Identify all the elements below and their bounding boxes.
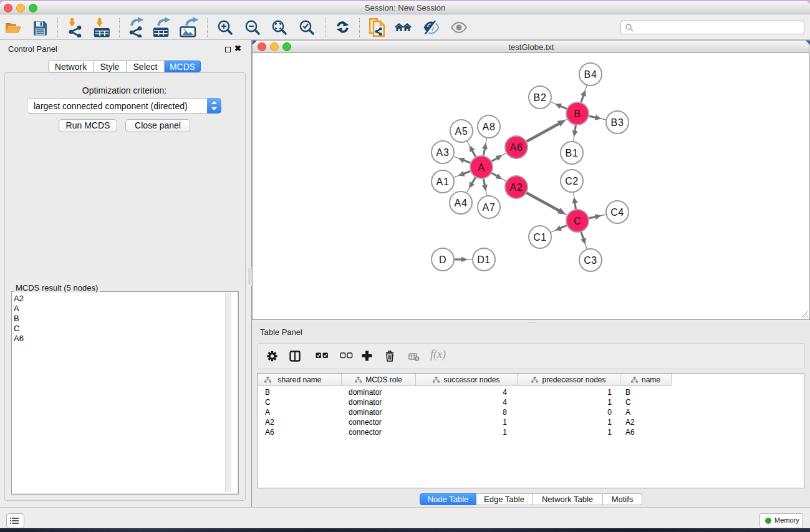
svg-text:C1: C1 xyxy=(533,232,547,243)
svg-text:A4: A4 xyxy=(455,198,468,208)
svg-text:C3: C3 xyxy=(584,255,597,266)
svg-text:B2: B2 xyxy=(534,92,547,103)
svg-text:C: C xyxy=(574,216,581,226)
svg-text:B3: B3 xyxy=(611,117,624,128)
svg-text:A7: A7 xyxy=(483,202,496,213)
svg-text:A: A xyxy=(478,162,485,173)
svg-text:A3: A3 xyxy=(436,147,450,158)
svg-text:D: D xyxy=(439,254,446,265)
svg-text:A2: A2 xyxy=(510,182,523,193)
svg-text:A1: A1 xyxy=(436,177,450,187)
svg-text:A5: A5 xyxy=(455,126,468,137)
svg-text:A6: A6 xyxy=(510,142,523,153)
svg-text:C2: C2 xyxy=(565,176,579,186)
svg-text:A8: A8 xyxy=(483,122,496,132)
svg-text:B: B xyxy=(574,109,581,119)
svg-text:B1: B1 xyxy=(566,148,579,158)
svg-text:C4: C4 xyxy=(610,207,624,218)
svg-text:D1: D1 xyxy=(477,254,491,265)
svg-text:B4: B4 xyxy=(584,69,597,80)
